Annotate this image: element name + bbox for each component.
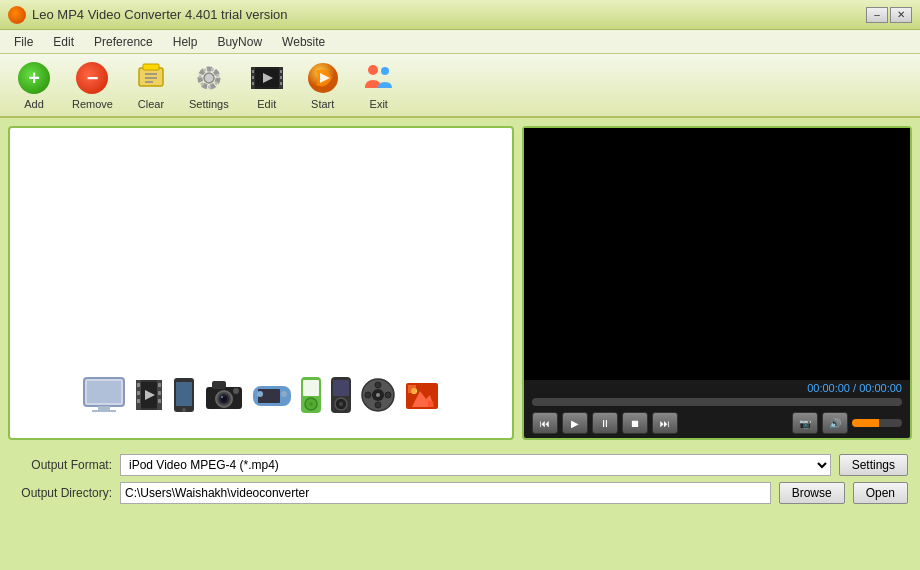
settings-button[interactable]: Settings xyxy=(181,56,237,114)
svg-point-64 xyxy=(365,392,371,398)
controls-right: 📷 🔊 xyxy=(792,412,902,434)
svg-rect-31 xyxy=(137,391,140,395)
menu-edit[interactable]: Edit xyxy=(43,33,84,51)
start-label: Start xyxy=(311,98,334,110)
svg-rect-15 xyxy=(280,70,282,73)
svg-point-45 xyxy=(221,396,223,398)
svg-point-49 xyxy=(281,391,287,397)
svg-point-46 xyxy=(233,388,239,394)
menu-help[interactable]: Help xyxy=(163,33,208,51)
bottom-bar: Output Format: iPod Video MPEG-4 (*.mp4)… xyxy=(0,448,920,510)
device-film xyxy=(134,378,164,412)
device-monitor xyxy=(82,376,126,414)
stop-button[interactable]: ⏹ xyxy=(622,412,648,434)
exit-button[interactable]: Exit xyxy=(353,56,405,114)
device-film-reel xyxy=(360,377,396,413)
svg-point-39 xyxy=(182,408,186,412)
svg-point-50 xyxy=(257,391,263,397)
svg-point-58 xyxy=(339,402,343,406)
add-button[interactable]: + Add xyxy=(8,56,60,114)
menu-website[interactable]: Website xyxy=(272,33,335,51)
exit-icon xyxy=(361,60,397,96)
svg-point-54 xyxy=(309,402,313,406)
add-label: Add xyxy=(24,98,44,110)
pause-button[interactable]: ⏸ xyxy=(592,412,618,434)
edit-icon xyxy=(249,60,285,96)
minimize-button[interactable]: – xyxy=(866,7,888,23)
play-button[interactable]: ▶ xyxy=(562,412,588,434)
svg-rect-17 xyxy=(280,82,282,85)
svg-rect-16 xyxy=(280,76,282,79)
format-select[interactable]: iPod Video MPEG-4 (*.mp4) xyxy=(120,454,831,476)
device-phone xyxy=(172,376,196,414)
settings-label: Settings xyxy=(189,98,229,110)
svg-rect-23 xyxy=(87,381,121,403)
svg-rect-41 xyxy=(212,381,226,389)
format-settings-button[interactable]: Settings xyxy=(839,454,908,476)
svg-point-20 xyxy=(368,65,378,75)
clear-label: Clear xyxy=(138,98,164,110)
svg-rect-33 xyxy=(158,383,161,387)
device-ipod-green xyxy=(300,376,322,414)
device-icons xyxy=(74,368,448,422)
device-photo xyxy=(404,377,440,413)
svg-point-5 xyxy=(204,73,214,83)
volume-slider[interactable] xyxy=(852,419,902,427)
svg-rect-25 xyxy=(92,410,116,412)
device-psp xyxy=(252,380,292,410)
directory-label: Output Directory: xyxy=(12,486,112,500)
svg-rect-12 xyxy=(252,70,254,73)
menu-file[interactable]: File xyxy=(4,33,43,51)
toolbar: + Add − Remove Clear xyxy=(0,54,920,118)
remove-icon: − xyxy=(74,60,110,96)
svg-rect-14 xyxy=(252,82,254,85)
svg-rect-52 xyxy=(303,380,319,396)
svg-point-63 xyxy=(375,402,381,408)
menu-bar: File Edit Preference Help BuyNow Website xyxy=(0,30,920,54)
video-screen xyxy=(524,128,910,380)
screenshot-button[interactable]: 📷 xyxy=(792,412,818,434)
svg-rect-70 xyxy=(428,401,434,407)
edit-label: Edit xyxy=(257,98,276,110)
directory-row: Output Directory: Browse Open xyxy=(12,482,908,504)
start-button[interactable]: Start xyxy=(297,56,349,114)
menu-buynow[interactable]: BuyNow xyxy=(207,33,272,51)
video-panel: 00:00:00 / 00:00:00 ⏮ ▶ ⏸ ⏹ ⏭ 📷 xyxy=(522,126,912,440)
directory-input[interactable] xyxy=(120,482,771,504)
svg-rect-35 xyxy=(158,399,161,403)
forward-button[interactable]: ⏭ xyxy=(652,412,678,434)
svg-point-61 xyxy=(376,393,380,397)
title-bar: Leo MP4 Video Converter 4.401 trial vers… xyxy=(0,0,920,30)
main-content: 00:00:00 / 00:00:00 ⏮ ▶ ⏸ ⏹ ⏭ 📷 xyxy=(0,118,920,448)
svg-rect-34 xyxy=(158,391,161,395)
app-icon xyxy=(8,6,26,24)
device-camera xyxy=(204,379,244,411)
svg-rect-1 xyxy=(143,64,159,70)
start-icon xyxy=(305,60,341,96)
clear-icon xyxy=(133,60,169,96)
edit-button[interactable]: Edit xyxy=(241,56,293,114)
add-circle: + xyxy=(18,62,50,94)
close-button[interactable]: ✕ xyxy=(890,7,912,23)
clear-button[interactable]: Clear xyxy=(125,56,177,114)
open-button[interactable]: Open xyxy=(853,482,908,504)
controls-left: ⏮ ▶ ⏸ ⏹ ⏭ xyxy=(532,412,678,434)
format-label: Output Format: xyxy=(12,458,112,472)
menu-preference[interactable]: Preference xyxy=(84,33,163,51)
video-progress[interactable] xyxy=(524,396,910,408)
svg-rect-32 xyxy=(137,399,140,403)
exit-label: Exit xyxy=(370,98,388,110)
format-row: Output Format: iPod Video MPEG-4 (*.mp4)… xyxy=(12,454,908,476)
volume-button[interactable]: 🔊 xyxy=(822,412,848,434)
svg-point-62 xyxy=(375,382,381,388)
rewind-button[interactable]: ⏮ xyxy=(532,412,558,434)
svg-rect-56 xyxy=(333,380,349,396)
browse-button[interactable]: Browse xyxy=(779,482,845,504)
time-current: 00:00:00 xyxy=(807,382,850,394)
progress-bar[interactable] xyxy=(532,398,902,406)
remove-button[interactable]: − Remove xyxy=(64,56,121,114)
svg-point-21 xyxy=(381,67,389,75)
device-ipod-black xyxy=(330,376,352,414)
svg-rect-24 xyxy=(98,406,110,410)
title-controls: – ✕ xyxy=(866,7,912,23)
